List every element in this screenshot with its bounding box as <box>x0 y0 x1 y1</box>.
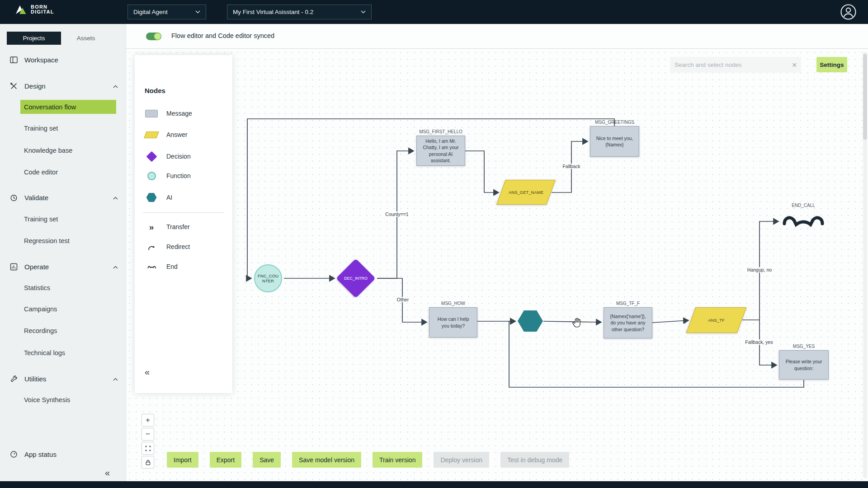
validate-icon <box>9 193 18 202</box>
sidebar-item-conversation-flow[interactable]: Conversation flow <box>20 100 116 114</box>
sidebar-item-training-set[interactable]: Training set <box>20 121 116 135</box>
sidebar-item-voice-synthesis[interactable]: Voice Synthesis <box>20 393 116 407</box>
message-node-icon <box>144 110 159 117</box>
tab-projects[interactable]: Projects <box>7 32 61 45</box>
palette-item-transfer[interactable]: » Transfer <box>135 220 232 234</box>
node-title: MSG_HOW <box>441 300 465 307</box>
sidebar-section-operate[interactable]: Operate <box>9 259 118 274</box>
user-avatar[interactable] <box>840 4 857 20</box>
palette-item-answer[interactable]: Answer <box>135 128 232 141</box>
sidebar-item-technical-logs[interactable]: Technical logs <box>20 346 116 360</box>
app-status-icon <box>9 450 18 459</box>
sidebar: Projects Assets Workspace Design Convers… <box>0 24 126 481</box>
settings-button[interactable]: Settings <box>816 57 847 72</box>
decision-node-icon <box>144 153 159 160</box>
vertical-scrollbar[interactable] <box>863 52 867 478</box>
palette-item-label: Answer <box>166 131 188 138</box>
sync-label: Flow editor and Code editor synced <box>171 32 274 39</box>
sidebar-item-knowledge-base[interactable]: Knowledge base <box>20 143 116 157</box>
node-msg-how[interactable]: MSG_HOW How can I help you today? <box>429 307 477 338</box>
edge-label-fallback: Fallback <box>561 164 581 169</box>
node-msg-first-hello[interactable]: MSG_FIRST_HELLO Hello, I am Mr. Chatty, … <box>416 136 465 166</box>
node-msg-tf-f[interactable]: MSG_TF_F {Namex['name']}, do you have an… <box>604 307 652 338</box>
brand-logo-icon <box>15 4 27 15</box>
assistant-version-select[interactable]: My First Virtual Asisstant - 0.2 <box>227 5 372 19</box>
sync-toggle[interactable] <box>146 33 161 40</box>
node-ans-tf[interactable]: ANS_TF <box>686 307 747 333</box>
search-input[interactable] <box>670 61 788 68</box>
node-body: Please write your question: <box>783 358 824 371</box>
fit-view-button[interactable] <box>142 442 154 455</box>
node-title: MSG_GREETINGS <box>595 119 634 126</box>
sidebar-item-code-editor[interactable]: Code editor <box>20 165 116 179</box>
node-end-call[interactable]: END_CALL <box>781 210 826 233</box>
import-button[interactable]: Import <box>167 452 198 468</box>
deploy-version-button[interactable]: Deploy version <box>434 452 489 468</box>
brand-name: BORN DIGITAL <box>31 5 54 14</box>
clear-search-icon[interactable]: ✕ <box>788 61 801 69</box>
palette-item-ai[interactable]: AI <box>135 191 232 204</box>
section-label: Design <box>24 82 46 90</box>
palette-item-label: End <box>166 263 178 270</box>
tab-assets[interactable]: Assets <box>61 32 111 45</box>
assistant-select-value: My First Virtual Asisstant - 0.2 <box>233 9 313 15</box>
test-debug-mode-button[interactable]: Test in debug mode <box>500 452 569 468</box>
sidebar-item-statistics[interactable]: Statistics <box>20 281 116 295</box>
node-title: MSG_YES <box>793 343 815 350</box>
chevron-up-icon <box>113 375 118 383</box>
palette-collapse-button[interactable]: « <box>145 367 150 377</box>
lock-button[interactable] <box>142 456 154 469</box>
sidebar-item-app-status[interactable]: App status <box>9 447 118 461</box>
toggle-knob <box>154 33 161 40</box>
node-fnc-counter[interactable]: FNC_COUNTER <box>254 264 282 292</box>
zoom-in-button[interactable]: + <box>142 414 154 427</box>
export-button[interactable]: Export <box>210 452 241 468</box>
node-msg-yes[interactable]: MSG_YES Please write your question: <box>779 350 829 380</box>
end-call-icon <box>781 210 826 233</box>
transfer-icon: » <box>144 223 159 231</box>
edge-label-fallback-yes: Fallback, yes <box>744 339 774 345</box>
sidebar-item-recordings[interactable]: Recordings <box>20 324 116 338</box>
sidebar-item-workspace[interactable]: Workspace <box>9 52 118 67</box>
sidebar-item-label: App status <box>24 450 57 458</box>
chevron-up-icon <box>113 82 118 90</box>
sidebar-section-design[interactable]: Design <box>9 79 118 93</box>
palette-divider <box>143 212 224 213</box>
palette-item-message[interactable]: Message <box>135 107 232 120</box>
node-msg-greetings[interactable]: MSG_GREETINGS Nice to meet you, {Namex} <box>590 126 639 157</box>
sidebar-section-validate[interactable]: Validate <box>9 190 118 205</box>
nodes-palette-panel: Nodes Message Answer Decision Function A… <box>135 55 232 393</box>
utilities-icon <box>9 374 18 383</box>
palette-item-decision[interactable]: Decision <box>135 150 232 163</box>
sidebar-section-utilities[interactable]: Utilities <box>9 371 118 386</box>
sidebar-item-campaigns[interactable]: Campaigns <box>20 302 116 316</box>
scrollbar-thumb[interactable] <box>863 54 867 140</box>
sidebar-collapse-button[interactable]: « <box>105 468 110 478</box>
operate-icon <box>9 262 18 271</box>
edge-label-county: County==1 <box>384 211 410 217</box>
palette-item-end[interactable]: End <box>135 260 232 273</box>
node-body: How can I help you today? <box>434 316 473 328</box>
action-bar: Import Export Save Save model version Tr… <box>167 452 569 468</box>
save-model-version-button[interactable]: Save model version <box>292 452 361 468</box>
palette-item-redirect[interactable]: Redirect <box>135 240 232 253</box>
sidebar-item-regression-test[interactable]: Regression test <box>20 234 116 248</box>
chevron-up-icon <box>113 194 118 202</box>
section-label: Utilities <box>24 375 46 383</box>
train-version-button[interactable]: Train version <box>373 452 422 468</box>
chevron-up-icon <box>113 263 118 271</box>
section-label: Operate <box>24 263 49 271</box>
agent-select[interactable]: Digital Agent <box>127 5 206 19</box>
zoom-out-button[interactable]: − <box>142 428 154 441</box>
palette-item-function[interactable]: Function <box>135 169 232 183</box>
flow-canvas[interactable] <box>126 49 868 481</box>
palette-item-label: Redirect <box>166 243 190 250</box>
node-ans-get-name[interactable]: ANS_GET_NAME <box>496 180 556 205</box>
save-button[interactable]: Save <box>253 452 281 468</box>
brand-logo: BORN DIGITAL <box>15 4 54 15</box>
redirect-icon <box>144 243 159 251</box>
node-body: Nice to meet you, {Namex} <box>594 135 635 148</box>
zoom-controls: + − <box>142 414 154 469</box>
sidebar-item-training-set-validate[interactable]: Training set <box>20 212 116 226</box>
node-title: MSG_TF_F <box>616 300 640 307</box>
